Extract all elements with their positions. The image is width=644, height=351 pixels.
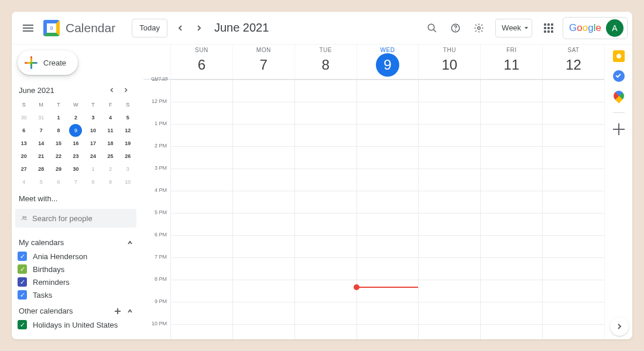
mini-calendar-day[interactable]: 16	[69, 137, 82, 150]
time-cell[interactable]	[170, 80, 232, 102]
other-calendars-toggle[interactable]	[127, 308, 133, 314]
day-of-month-label[interactable]: 6	[190, 53, 213, 77]
search-people-input[interactable]	[32, 214, 131, 223]
time-cell[interactable]	[418, 324, 480, 339]
time-cell[interactable]	[418, 213, 480, 235]
mini-calendar-day[interactable]: 14	[35, 137, 47, 150]
help-button[interactable]	[444, 16, 467, 40]
mini-calendar-day[interactable]: 10	[87, 124, 100, 137]
maps-addon-button[interactable]	[611, 88, 626, 103]
prev-period-button[interactable]	[171, 19, 190, 37]
time-cell[interactable]	[294, 146, 357, 168]
mini-prev-month-button[interactable]	[105, 83, 119, 97]
calendar-checkbox[interactable]: ✓	[18, 264, 27, 274]
time-cell[interactable]	[232, 191, 294, 213]
time-cell[interactable]	[480, 280, 542, 302]
time-cell[interactable]	[418, 257, 480, 280]
hours-grid[interactable]: 11 AM12 PM1 PM2 PM3 PM4 PM5 PM6 PM7 PM8 …	[143, 80, 604, 339]
time-cell[interactable]	[294, 257, 357, 280]
mini-calendar-day[interactable]: 3	[121, 163, 134, 176]
time-cell[interactable]	[294, 191, 357, 213]
hide-side-panel-button[interactable]	[610, 317, 629, 336]
time-cell[interactable]	[418, 280, 480, 302]
time-cell[interactable]	[294, 168, 357, 191]
time-cell[interactable]	[232, 102, 294, 124]
time-cell[interactable]	[357, 168, 419, 191]
keep-addon-button[interactable]	[613, 50, 625, 62]
time-cell[interactable]	[170, 124, 232, 146]
get-addons-button[interactable]	[613, 123, 625, 135]
mini-calendar-day[interactable]: 27	[18, 163, 30, 176]
view-switcher[interactable]: Week	[495, 19, 532, 37]
time-cell[interactable]	[542, 102, 604, 124]
my-calendars-toggle[interactable]	[127, 240, 133, 246]
week-grid-scroll[interactable]: 11 AM12 PM1 PM2 PM3 PM4 PM5 PM6 PM7 PM8 …	[143, 80, 604, 339]
time-cell[interactable]	[480, 324, 542, 339]
time-cell[interactable]	[480, 168, 542, 191]
mini-calendar-day[interactable]: 30	[18, 111, 30, 124]
mini-calendar-day[interactable]: 28	[35, 163, 47, 176]
create-button[interactable]: Create	[18, 50, 78, 75]
day-column-header[interactable]: SUN6	[170, 44, 232, 79]
time-cell[interactable]	[418, 191, 480, 213]
calendar-item[interactable]: ✓Reminders	[18, 277, 134, 287]
time-cell[interactable]	[294, 280, 357, 302]
day-column-header[interactable]: TUE8	[294, 44, 357, 79]
time-cell[interactable]	[480, 302, 542, 324]
mini-calendar-day[interactable]: 9	[69, 124, 82, 137]
time-cell[interactable]	[232, 168, 294, 191]
time-cell[interactable]	[357, 302, 419, 324]
mini-calendar[interactable]: SMTWTFS303112345678910111213141516171819…	[15, 98, 136, 188]
time-cell[interactable]	[357, 257, 419, 280]
time-cell[interactable]	[542, 168, 604, 191]
mini-calendar-day[interactable]: 31	[35, 111, 47, 124]
time-cell[interactable]	[294, 80, 357, 102]
settings-button[interactable]	[467, 16, 491, 40]
time-cell[interactable]	[232, 280, 294, 302]
time-cell[interactable]	[542, 235, 604, 257]
time-cell[interactable]	[542, 191, 604, 213]
time-cell[interactable]	[542, 213, 604, 235]
time-cell[interactable]	[294, 124, 357, 146]
mini-calendar-day[interactable]: 4	[18, 176, 30, 188]
time-cell[interactable]	[418, 102, 480, 124]
time-cell[interactable]	[542, 80, 604, 102]
time-cell[interactable]	[480, 191, 542, 213]
time-cell[interactable]	[232, 324, 294, 339]
mini-calendar-day[interactable]: 30	[69, 163, 82, 176]
time-cell[interactable]	[418, 235, 480, 257]
mini-calendar-day[interactable]: 6	[18, 124, 30, 137]
mini-calendar-day[interactable]: 18	[104, 137, 117, 150]
time-cell[interactable]	[357, 191, 419, 213]
time-cell[interactable]	[480, 102, 542, 124]
calendar-checkbox[interactable]: ✓	[18, 320, 27, 329]
mini-calendar-day[interactable]: 3	[87, 111, 100, 124]
time-cell[interactable]	[232, 235, 294, 257]
day-column-header[interactable]: SAT12	[542, 44, 604, 79]
mini-calendar-day[interactable]: 24	[87, 150, 100, 163]
time-cell[interactable]	[357, 102, 419, 124]
time-cell[interactable]	[357, 124, 419, 146]
main-menu-button[interactable]	[16, 16, 40, 40]
time-cell[interactable]	[170, 257, 232, 280]
search-button[interactable]	[420, 16, 444, 40]
day-of-month-label[interactable]: 7	[252, 53, 275, 77]
google-apps-button[interactable]	[537, 16, 560, 40]
time-cell[interactable]	[357, 213, 419, 235]
day-of-month-label[interactable]: 8	[314, 53, 337, 77]
time-cell[interactable]	[232, 213, 294, 235]
mini-calendar-day[interactable]: 17	[87, 137, 100, 150]
day-of-month-label[interactable]: 10	[438, 53, 461, 77]
mini-calendar-day[interactable]: 12	[121, 124, 134, 137]
day-column-header[interactable]: FRI11	[480, 44, 542, 79]
mini-calendar-day[interactable]: 7	[35, 124, 47, 137]
time-cell[interactable]	[542, 124, 604, 146]
time-cell[interactable]	[357, 235, 419, 257]
time-cell[interactable]	[170, 280, 232, 302]
time-cell[interactable]	[357, 80, 419, 102]
mini-calendar-day[interactable]: 10	[121, 176, 134, 188]
today-button[interactable]: Today	[132, 19, 167, 37]
time-cell[interactable]	[480, 213, 542, 235]
mini-calendar-day[interactable]: 5	[35, 176, 47, 188]
mini-calendar-day[interactable]: 22	[52, 150, 65, 163]
